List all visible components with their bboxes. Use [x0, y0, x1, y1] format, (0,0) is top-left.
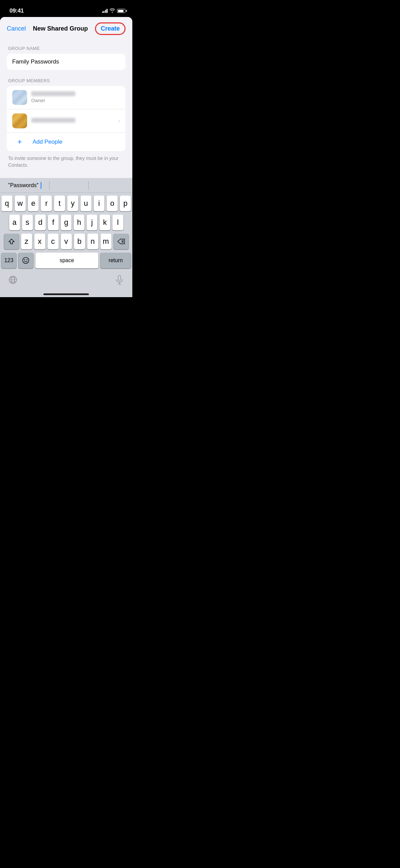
form-area: GROUP NAME GROUP MEMBERS Owner: [0, 39, 132, 168]
member-name-blurred-2: [31, 118, 75, 123]
key-g[interactable]: g: [61, 215, 72, 230]
delete-key[interactable]: [114, 234, 129, 249]
key-row-3: z x c v b n m: [1, 234, 131, 249]
signal-icon: [102, 9, 108, 13]
wifi-icon: [110, 8, 115, 14]
member-name-blurred: [31, 91, 75, 96]
home-indicator: [0, 291, 132, 297]
member-role: Owner: [31, 98, 45, 103]
key-k[interactable]: k: [99, 215, 110, 230]
key-r[interactable]: r: [41, 196, 52, 211]
svg-point-2: [26, 259, 27, 260]
key-p[interactable]: p: [120, 196, 131, 211]
svg-rect-6: [118, 275, 121, 281]
key-e[interactable]: e: [28, 196, 39, 211]
member-row-owner: Owner: [7, 86, 126, 109]
key-o[interactable]: o: [107, 196, 118, 211]
group-name-label: GROUP NAME: [8, 46, 126, 51]
member-row-second[interactable]: ›: [7, 109, 126, 132]
globe-button[interactable]: [5, 272, 20, 287]
key-row-4: 123 space return: [1, 253, 131, 268]
keyboard-keys: q w e r t y u i o p a s d f g h j: [0, 193, 132, 270]
key-s[interactable]: s: [22, 215, 33, 230]
status-bar: 09:41: [0, 0, 132, 17]
key-j[interactable]: j: [87, 215, 97, 230]
return-key[interactable]: return: [100, 253, 131, 268]
battery-icon: [117, 9, 126, 13]
key-u[interactable]: u: [80, 196, 92, 211]
keyboard-bottom: [0, 270, 132, 291]
key-z[interactable]: z: [21, 234, 32, 249]
chevron-right-icon: ›: [118, 118, 120, 124]
nav-bar: Cancel New Shared Group Create: [0, 17, 132, 39]
key-c[interactable]: c: [47, 234, 59, 249]
autocomplete-text: "Passwords": [8, 182, 39, 188]
key-x[interactable]: x: [34, 234, 45, 249]
space-key[interactable]: space: [35, 253, 98, 268]
home-bar: [43, 293, 89, 295]
key-v[interactable]: v: [61, 234, 72, 249]
autocomplete-divider-2: [88, 181, 89, 190]
create-button[interactable]: Create: [95, 22, 126, 35]
numeric-key[interactable]: 123: [1, 253, 16, 268]
hint-text: To invite someone to the group, they mus…: [7, 155, 126, 168]
key-b[interactable]: b: [74, 234, 85, 249]
group-name-container[interactable]: [7, 54, 126, 70]
add-people-label: Add People: [33, 139, 62, 145]
key-f[interactable]: f: [48, 215, 59, 230]
key-m[interactable]: m: [100, 234, 112, 249]
key-row-2: a s d f g h j k l: [1, 215, 131, 230]
add-people-row[interactable]: + Add People: [7, 132, 126, 151]
emoji-key[interactable]: [18, 253, 33, 268]
content-area: Cancel New Shared Group Create GROUP NAM…: [0, 17, 132, 297]
key-q[interactable]: q: [1, 196, 13, 211]
page-title: New Shared Group: [33, 25, 88, 32]
svg-point-0: [23, 257, 29, 264]
status-icons: [102, 8, 126, 14]
key-row-1: q w e r t y u i o p: [1, 196, 131, 211]
keyboard-area: "Passwords" q w e r t y u i o p: [0, 178, 132, 297]
key-n[interactable]: n: [87, 234, 98, 249]
key-d[interactable]: d: [35, 215, 46, 230]
members-container: Owner › + Add People: [7, 86, 126, 151]
group-members-label: GROUP MEMBERS: [8, 78, 126, 83]
member-info-second: [31, 118, 114, 124]
plus-icon: +: [12, 138, 27, 146]
microphone-button[interactable]: [112, 272, 127, 287]
key-h[interactable]: h: [74, 215, 84, 230]
cancel-button[interactable]: Cancel: [7, 24, 26, 34]
svg-point-1: [24, 259, 25, 260]
key-a[interactable]: a: [9, 215, 20, 230]
member-info-owner: Owner: [31, 91, 120, 104]
group-name-input[interactable]: [12, 58, 120, 65]
status-time: 09:41: [9, 7, 24, 14]
avatar-second: [12, 113, 27, 128]
key-l[interactable]: l: [112, 215, 123, 230]
key-t[interactable]: t: [54, 196, 65, 211]
autocomplete-suggestion[interactable]: "Passwords": [5, 182, 49, 189]
autocomplete-divider: [49, 181, 50, 190]
autocomplete-bar: "Passwords": [0, 178, 132, 193]
key-i[interactable]: i: [94, 196, 105, 211]
avatar-owner: [12, 90, 27, 105]
key-w[interactable]: w: [15, 196, 26, 211]
text-cursor: [41, 182, 41, 189]
shift-key[interactable]: [4, 234, 19, 249]
key-y[interactable]: y: [67, 196, 78, 211]
